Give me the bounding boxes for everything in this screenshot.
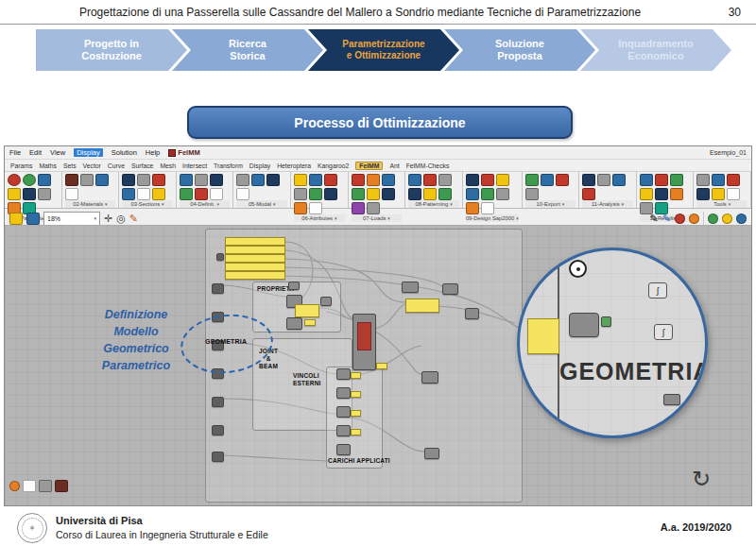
- tab-curve[interactable]: Curve: [108, 162, 125, 169]
- toolbar-icon[interactable]: [670, 188, 683, 200]
- toolbar-icon[interactable]: [525, 188, 539, 200]
- toolbar-icon[interactable]: [137, 174, 150, 186]
- toolbar-group-label[interactable]: 10-Export▾: [525, 200, 576, 208]
- load-node[interactable]: [336, 425, 351, 436]
- green-display-mode-icon[interactable]: [708, 213, 718, 224]
- toolbar-icon[interactable]: [137, 188, 150, 200]
- toolbar-icon[interactable]: [466, 202, 479, 214]
- toolbar-icon[interactable]: [38, 174, 51, 186]
- toolbar-icon[interactable]: [367, 174, 380, 186]
- tab-transform[interactable]: Transform: [214, 162, 243, 169]
- toolbar-icon[interactable]: [352, 174, 365, 186]
- toolbar-icon[interactable]: [122, 174, 135, 186]
- toolbar-icon[interactable]: [65, 174, 78, 186]
- tab-intersect[interactable]: Intersect: [182, 162, 207, 169]
- toolbar-group-label[interactable]: 05-Modal▾: [236, 200, 287, 208]
- slider-node[interactable]: [212, 397, 224, 407]
- mini-tag-node[interactable]: [351, 429, 361, 435]
- toolbar-group-label[interactable]: 04-Definit.▾: [180, 200, 231, 208]
- pan-view-icon[interactable]: ✛: [104, 213, 112, 224]
- expression-icon[interactable]: [23, 480, 36, 492]
- toolbar-icon[interactable]: [556, 174, 569, 186]
- component-node[interactable]: [288, 282, 300, 290]
- toolbar-icon[interactable]: [481, 174, 494, 186]
- toolbar-icon[interactable]: [382, 174, 395, 186]
- toolbar-icon[interactable]: [309, 188, 322, 200]
- toolbar-icon[interactable]: [696, 188, 710, 200]
- slider-node[interactable]: [212, 425, 224, 435]
- toolbar-icon[interactable]: [352, 202, 365, 214]
- sketch-pen-icon[interactable]: ✎: [650, 213, 659, 224]
- toolbar-icon[interactable]: [152, 188, 165, 200]
- toolbar-icon[interactable]: [23, 174, 36, 186]
- toolbar-icon[interactable]: [324, 174, 337, 186]
- toolbar-icon[interactable]: [712, 188, 725, 200]
- paintbrush-icon[interactable]: ✎: [129, 213, 138, 224]
- toolbar-icon[interactable]: [655, 174, 668, 186]
- toolbar-group-label[interactable]: 02-Materials▾: [65, 200, 116, 208]
- tab-mesh[interactable]: Mesh: [160, 162, 176, 169]
- toolbar-icon[interactable]: [670, 174, 683, 186]
- zoom-select[interactable]: 18% ▾: [43, 212, 100, 226]
- toolbar-icon[interactable]: [727, 188, 740, 200]
- toolbar-icon[interactable]: [438, 174, 452, 186]
- marker-icon[interactable]: [9, 481, 20, 491]
- error-component-node[interactable]: [352, 314, 376, 370]
- mini-tag-node[interactable]: [304, 319, 316, 326]
- toolbar-icon[interactable]: [496, 174, 509, 186]
- toolbar-group-label[interactable]: 07-Loads▾: [352, 214, 403, 222]
- menu-help[interactable]: Help: [146, 148, 160, 157]
- toolbar-icon[interactable]: [408, 188, 421, 200]
- toolbar-icon[interactable]: [80, 174, 94, 186]
- input-panel-node[interactable]: [225, 246, 285, 254]
- tab-params[interactable]: Params: [10, 162, 32, 169]
- component-node[interactable]: [320, 297, 332, 306]
- toolbar-icon[interactable]: [294, 202, 307, 214]
- toolbar-icon[interactable]: [640, 188, 653, 200]
- component-node[interactable]: [424, 448, 439, 459]
- preview-eye-icon[interactable]: ◎: [116, 213, 126, 224]
- toolbar-icon[interactable]: [423, 188, 437, 200]
- toolbar-group-label[interactable]: 03-Sections▾: [122, 200, 173, 208]
- menu-view[interactable]: View: [50, 148, 65, 157]
- widget-icon[interactable]: [39, 480, 52, 492]
- tab-kangaroo2[interactable]: Kangaroo2: [318, 162, 349, 169]
- menu-solution[interactable]: Solution: [112, 148, 137, 157]
- load-node[interactable]: [336, 406, 351, 418]
- tab-surface[interactable]: Surface: [131, 162, 153, 169]
- toolbar-group-label[interactable]: 11-Analysis▾: [582, 200, 633, 208]
- menu-edit[interactable]: Edit: [29, 148, 42, 157]
- red-display-mode-icon[interactable]: [675, 213, 685, 224]
- mini-tag-node[interactable]: [351, 410, 361, 417]
- toolbar-icon[interactable]: [195, 174, 208, 186]
- toolbar-icon[interactable]: [210, 188, 223, 200]
- tab-sets[interactable]: Sets: [63, 162, 77, 169]
- toolbar-icon[interactable]: [481, 202, 494, 214]
- toolbar-icon[interactable]: [525, 174, 539, 186]
- tab-maths[interactable]: Maths: [39, 162, 57, 169]
- mini-tag-node[interactable]: [351, 391, 361, 398]
- annotate-pen-icon[interactable]: ✎: [662, 213, 671, 224]
- toolbar-icon[interactable]: [712, 174, 725, 186]
- toolbar-icon[interactable]: [309, 202, 322, 214]
- toolbar-icon[interactable]: [236, 188, 249, 200]
- tab-display[interactable]: Display: [249, 162, 270, 169]
- toolbar-icon[interactable]: [496, 188, 509, 200]
- toolbar-icon[interactable]: [236, 174, 249, 186]
- panel-node[interactable]: [405, 299, 439, 313]
- toolbar-icon[interactable]: [8, 174, 21, 186]
- component-node[interactable]: [465, 308, 479, 319]
- toolbar-icon[interactable]: [95, 174, 109, 186]
- toolbar-icon[interactable]: [251, 174, 265, 186]
- toolbar-icon[interactable]: [324, 188, 337, 200]
- tab-felmm[interactable]: FelMM: [355, 162, 383, 170]
- widget-icon[interactable]: [55, 480, 68, 492]
- toolbar-icon[interactable]: [152, 174, 165, 186]
- menu-display[interactable]: Display: [74, 148, 103, 157]
- save-file-icon[interactable]: [26, 213, 40, 225]
- toolbar-icon[interactable]: [466, 174, 479, 186]
- component-node[interactable]: [442, 283, 458, 295]
- toolbar-icon[interactable]: [438, 188, 452, 200]
- slider-node[interactable]: [212, 283, 224, 294]
- toolbar-icon[interactable]: [309, 174, 322, 186]
